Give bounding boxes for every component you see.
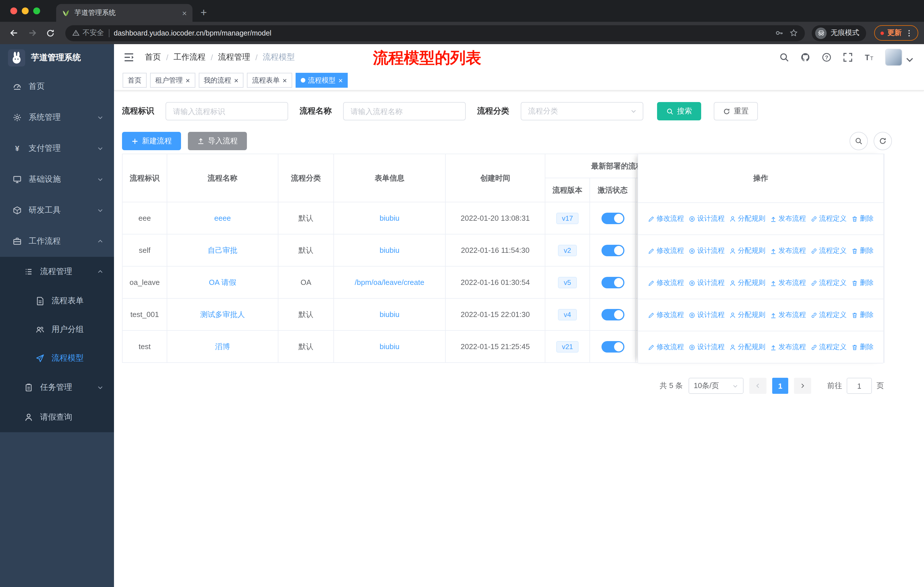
version-tag[interactable]: v2: [558, 245, 577, 256]
tag-close-icon[interactable]: ×: [282, 76, 287, 84]
tag-close-icon[interactable]: ×: [338, 76, 343, 84]
cell-form-info[interactable]: biubiu: [380, 310, 399, 319]
action-definition[interactable]: 流程定义: [810, 310, 846, 320]
action-edit[interactable]: 修改流程: [648, 342, 684, 352]
logo[interactable]: 芋道管理系统: [0, 44, 114, 71]
search-button[interactable]: 搜索: [657, 102, 701, 121]
tag-home[interactable]: 首页: [122, 73, 147, 88]
sidebar-item-devtools[interactable]: 研发工具: [0, 195, 114, 226]
sidebar-item-task-manage[interactable]: 任务管理: [0, 373, 114, 402]
sidebar-toggle-icon[interactable]: [123, 51, 135, 63]
font-size-icon[interactable]: TT: [864, 52, 874, 63]
action-edit[interactable]: 修改流程: [648, 214, 684, 223]
action-delete[interactable]: 删除: [851, 278, 874, 288]
security-chip[interactable]: 不安全: [72, 28, 104, 38]
reload-button[interactable]: [42, 25, 58, 41]
cell-form-info[interactable]: biubiu: [380, 246, 399, 255]
action-assign[interactable]: 分配规则: [729, 246, 765, 256]
tag-close-icon[interactable]: ×: [186, 76, 190, 84]
sidebar-item-user-group[interactable]: 用户分组: [0, 315, 114, 344]
help-icon[interactable]: ?: [822, 52, 832, 63]
sidebar-item-system[interactable]: 系统管理: [0, 102, 114, 133]
back-button[interactable]: [6, 25, 22, 41]
sidebar-item-process-manage[interactable]: 流程管理: [0, 257, 114, 287]
action-publish[interactable]: 发布流程: [770, 310, 806, 320]
action-delete[interactable]: 删除: [851, 246, 874, 256]
create-process-button[interactable]: 新建流程: [122, 132, 181, 150]
page-number-1[interactable]: 1: [772, 378, 788, 394]
sidebar-item-leave-query[interactable]: 请假查询: [0, 402, 114, 432]
version-tag[interactable]: v21: [556, 341, 579, 352]
browser-tab[interactable]: 芋道管理系统 ×: [56, 4, 193, 22]
category-select[interactable]: 流程分类: [521, 102, 643, 121]
action-edit[interactable]: 修改流程: [648, 278, 684, 288]
breadcrumb-item[interactable]: 流程管理: [218, 52, 250, 63]
action-design[interactable]: 设计流程: [688, 278, 724, 288]
version-tag[interactable]: v4: [558, 309, 577, 320]
active-status-toggle[interactable]: [601, 341, 624, 352]
sidebar-item-payment[interactable]: ¥ 支付管理: [0, 133, 114, 164]
sidebar-item-workflow[interactable]: 工作流程: [0, 226, 114, 257]
action-publish[interactable]: 发布流程: [770, 246, 806, 256]
search-icon[interactable]: [779, 52, 789, 63]
tag-process-model[interactable]: 流程模型 ×: [295, 73, 348, 88]
action-delete[interactable]: 删除: [851, 214, 874, 223]
goto-page-input[interactable]: [846, 378, 872, 394]
action-publish[interactable]: 发布流程: [770, 214, 806, 223]
new-tab-button[interactable]: +: [201, 7, 207, 18]
user-menu[interactable]: [885, 49, 915, 66]
version-tag[interactable]: v17: [556, 212, 579, 224]
action-delete[interactable]: 删除: [851, 310, 874, 320]
cell-process-name[interactable]: 滔博: [215, 342, 230, 351]
table-refresh-button[interactable]: [874, 132, 892, 150]
action-publish[interactable]: 发布流程: [770, 342, 806, 352]
sidebar-item-process-form[interactable]: 流程表单: [0, 287, 114, 315]
process-key-input[interactable]: [165, 102, 288, 121]
sidebar-item-infrastructure[interactable]: 基础设施: [0, 164, 114, 195]
cell-process-name[interactable]: eeee: [214, 214, 231, 222]
prev-page-button[interactable]: [749, 378, 766, 394]
reset-button[interactable]: 重置: [714, 102, 758, 121]
sidebar-item-process-model[interactable]: 流程模型: [0, 344, 114, 373]
action-design[interactable]: 设计流程: [688, 342, 724, 352]
action-publish[interactable]: 发布流程: [770, 278, 806, 288]
cell-form-info[interactable]: /bpm/oa/leave/create: [355, 278, 424, 287]
version-tag[interactable]: v5: [558, 276, 577, 288]
active-status-toggle[interactable]: [601, 276, 624, 288]
tag-tenant[interactable]: 租户管理 ×: [150, 73, 195, 88]
action-design[interactable]: 设计流程: [688, 214, 724, 223]
cell-form-info[interactable]: biubiu: [380, 342, 399, 351]
fullscreen-icon[interactable]: [843, 52, 853, 63]
tab-close-icon[interactable]: ×: [182, 9, 187, 17]
action-assign[interactable]: 分配规则: [729, 278, 765, 288]
action-assign[interactable]: 分配规则: [729, 310, 765, 320]
action-assign[interactable]: 分配规则: [729, 342, 765, 352]
cell-form-info[interactable]: biubiu: [380, 214, 399, 222]
sidebar-item-home[interactable]: 首页: [0, 71, 114, 102]
action-design[interactable]: 设计流程: [688, 246, 724, 256]
cell-process-name[interactable]: OA 请假: [209, 278, 236, 286]
action-edit[interactable]: 修改流程: [648, 246, 684, 256]
window-minimize-button[interactable]: [22, 7, 29, 14]
tag-close-icon[interactable]: ×: [234, 76, 238, 84]
table-search-button[interactable]: [850, 132, 868, 150]
update-button[interactable]: 更新: [874, 25, 918, 41]
window-close-button[interactable]: [10, 7, 17, 14]
action-definition[interactable]: 流程定义: [810, 214, 846, 223]
action-definition[interactable]: 流程定义: [810, 278, 846, 288]
active-status-toggle[interactable]: [601, 212, 624, 224]
page-size-select[interactable]: 10条/页: [688, 378, 744, 394]
github-icon[interactable]: [800, 52, 810, 63]
browser-menu-icon[interactable]: [905, 29, 913, 37]
next-page-button[interactable]: [794, 378, 811, 394]
action-assign[interactable]: 分配规则: [729, 214, 765, 223]
breadcrumb-item[interactable]: 首页: [145, 52, 161, 63]
process-name-input[interactable]: [343, 102, 466, 121]
key-icon[interactable]: [775, 29, 784, 37]
tag-process-form[interactable]: 流程表单 ×: [247, 73, 292, 88]
cell-process-name[interactable]: 测试多审批人: [200, 310, 245, 318]
bookmark-star-icon[interactable]: [789, 29, 798, 37]
active-status-toggle[interactable]: [601, 309, 624, 320]
tag-my-process[interactable]: 我的流程 ×: [198, 73, 243, 88]
address-bar[interactable]: 不安全 dashboard.yudao.iocoder.cn/bpm/manag…: [65, 25, 805, 41]
